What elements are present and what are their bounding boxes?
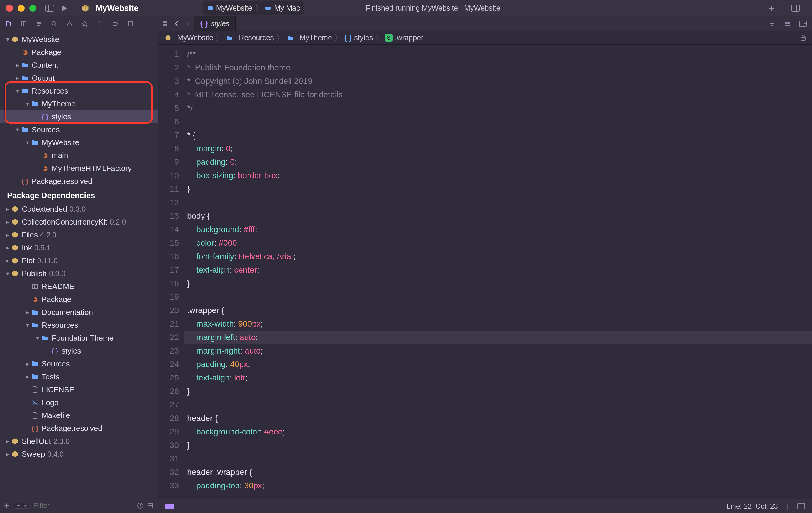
editor-tab[interactable]: { } styles bbox=[194, 17, 236, 31]
tree-item[interactable]: ▾MyWebsite bbox=[0, 33, 157, 46]
tree-item[interactable]: ▸Tests bbox=[0, 370, 157, 383]
test-navigator-icon[interactable] bbox=[82, 21, 88, 27]
scheme-chip[interactable]: MyWebsite 〉 My Mac bbox=[203, 1, 304, 15]
tree-item[interactable]: ▸Content bbox=[0, 59, 157, 71]
chevron-right-icon[interactable]: ▸ bbox=[25, 360, 30, 367]
tree-item[interactable]: ▾FoundationTheme bbox=[0, 332, 157, 344]
chevron-right-icon[interactable]: ▸ bbox=[5, 437, 10, 445]
chevron-down-icon[interactable]: ▾ bbox=[14, 126, 21, 133]
tree-item[interactable]: MyThemeHTMLFactory bbox=[0, 162, 157, 175]
breakpoint-navigator-icon[interactable] bbox=[112, 21, 118, 27]
tree-item[interactable]: Package bbox=[0, 293, 157, 306]
tree-item[interactable]: { }styles bbox=[0, 110, 157, 123]
tree-item[interactable]: ▾Sources bbox=[0, 123, 157, 136]
chevron-down-icon[interactable]: ▾ bbox=[5, 36, 10, 43]
chevron-right-icon[interactable]: ▸ bbox=[5, 231, 10, 238]
report-navigator-icon[interactable] bbox=[127, 21, 134, 27]
code-line[interactable]: * { bbox=[184, 128, 812, 142]
debug-navigator-icon[interactable] bbox=[97, 21, 103, 27]
code-line[interactable]: text-align: left; bbox=[184, 371, 812, 385]
chevron-down-icon[interactable]: ▾ bbox=[25, 100, 30, 107]
code-line[interactable]: } bbox=[184, 439, 812, 452]
code-line[interactable]: max-width: 900px; bbox=[184, 317, 812, 331]
code-line[interactable] bbox=[184, 290, 812, 304]
tree-item[interactable]: ▾Resources bbox=[0, 84, 157, 97]
filter-scope-chip[interactable] bbox=[13, 503, 30, 509]
tree-item[interactable]: Logo bbox=[0, 396, 157, 409]
chevron-right-icon[interactable]: ▸ bbox=[25, 373, 30, 380]
tree-item[interactable]: {·}Package.resolved bbox=[0, 422, 157, 435]
code-line[interactable]: box-sizing: border-box; bbox=[184, 169, 812, 182]
code-line[interactable]: } bbox=[184, 385, 812, 398]
code-line[interactable]: header .wrapper { bbox=[184, 465, 812, 479]
tree-item[interactable]: { }styles bbox=[0, 344, 157, 357]
find-navigator-icon[interactable] bbox=[51, 21, 58, 27]
tree-item[interactable]: ▾MyWebsite bbox=[0, 136, 157, 149]
related-items-icon[interactable] bbox=[162, 21, 168, 27]
tree-item[interactable]: ▸Codextended0.3.0 bbox=[0, 203, 157, 215]
chevron-right-icon[interactable]: ▸ bbox=[5, 257, 10, 264]
tree-item[interactable]: README bbox=[0, 280, 157, 293]
debug-indicator-icon[interactable] bbox=[165, 504, 174, 509]
code-line[interactable]: /** bbox=[184, 48, 812, 61]
code-line[interactable]: padding: 0; bbox=[184, 155, 812, 169]
issue-navigator-icon[interactable] bbox=[66, 21, 73, 27]
tree-item[interactable]: ▸CollectionConcurrencyKit0.2.0 bbox=[0, 215, 157, 229]
tree-item[interactable]: ▸Files4.2.0 bbox=[0, 229, 157, 241]
filter-input[interactable] bbox=[34, 502, 134, 510]
tree-item[interactable]: Makefile bbox=[0, 409, 157, 422]
chevron-down-icon[interactable]: ▾ bbox=[5, 270, 10, 277]
tree-item[interactable]: ▾Publish0.9.0 bbox=[0, 267, 157, 280]
code-line[interactable]: font-family: Helvetica, Arial; bbox=[184, 250, 812, 263]
code-line[interactable]: margin: 0; bbox=[184, 142, 812, 155]
scm-filter-icon[interactable] bbox=[147, 503, 153, 509]
chevron-right-icon[interactable]: ▸ bbox=[14, 62, 21, 69]
code-line[interactable]: * MIT license, see LICENSE file for deta… bbox=[184, 88, 812, 101]
code-line[interactable]: header { bbox=[184, 412, 812, 425]
add-file-icon[interactable]: + bbox=[4, 501, 9, 511]
fullscreen-window-button[interactable] bbox=[29, 5, 36, 12]
go-forward-icon[interactable] bbox=[185, 21, 190, 27]
code-line[interactable]: body { bbox=[184, 209, 812, 223]
adjust-editor-icon[interactable] bbox=[784, 20, 791, 27]
close-window-button[interactable] bbox=[6, 5, 13, 12]
tree-item[interactable]: ▾Resources bbox=[0, 319, 157, 332]
code-line[interactable] bbox=[184, 398, 812, 412]
code-line[interactable]: * Publish Foundation theme bbox=[184, 61, 812, 74]
project-navigator-icon[interactable] bbox=[5, 21, 12, 27]
tree-item[interactable]: ▸ShellOut2.3.0 bbox=[0, 435, 157, 448]
go-back-icon[interactable] bbox=[174, 21, 179, 27]
add-editor-icon[interactable] bbox=[799, 21, 807, 27]
chevron-down-icon[interactable]: ▾ bbox=[25, 322, 30, 329]
tree-item[interactable]: {·}Package.resolved bbox=[0, 175, 157, 188]
code-line[interactable]: background: #fff; bbox=[184, 223, 812, 236]
tree-item[interactable]: ▾MyTheme bbox=[0, 97, 157, 110]
tree-item[interactable]: ▸Ink0.5.1 bbox=[0, 241, 157, 254]
symbol-navigator-icon[interactable] bbox=[36, 21, 42, 27]
code-line[interactable]: * Copyright (c) John Sundell 2019 bbox=[184, 74, 812, 88]
toggle-debug-area-icon[interactable] bbox=[798, 503, 805, 510]
code-line[interactable]: margin-right: auto; bbox=[184, 344, 812, 358]
chevron-right-icon[interactable]: ▸ bbox=[14, 74, 21, 82]
source-control-navigator-icon[interactable] bbox=[21, 21, 27, 27]
jump-bar[interactable]: MyWebsite 〉 Resources 〉 MyTheme 〉 { }sty… bbox=[158, 31, 812, 44]
tree-item[interactable]: Package bbox=[0, 46, 157, 59]
editor-options-icon[interactable] bbox=[768, 20, 776, 27]
code-line[interactable]: color: #000; bbox=[184, 236, 812, 250]
chevron-down-icon[interactable]: ▾ bbox=[25, 139, 30, 146]
chevron-right-icon[interactable]: ▸ bbox=[5, 206, 10, 213]
code-line[interactable] bbox=[184, 196, 812, 209]
code-line[interactable]: padding: 40px; bbox=[184, 358, 812, 371]
code-line[interactable] bbox=[184, 452, 812, 465]
chevron-down-icon[interactable]: ▾ bbox=[14, 87, 21, 94]
chevron-right-icon[interactable]: ▸ bbox=[5, 451, 10, 458]
chevron-down-icon[interactable]: ▾ bbox=[35, 334, 40, 341]
add-tab-icon[interactable]: + bbox=[767, 3, 776, 13]
code-editor[interactable]: 1234567891011121314151617181920212223242… bbox=[158, 44, 812, 499]
tree-item[interactable]: ▸Output bbox=[0, 71, 157, 84]
tree-item[interactable]: ▸Documentation bbox=[0, 306, 157, 319]
sidebar-toggle-icon[interactable] bbox=[45, 3, 55, 13]
code-line[interactable] bbox=[184, 115, 812, 128]
code-line[interactable]: text-align: center; bbox=[184, 263, 812, 277]
code-line[interactable]: margin-left: auto; bbox=[184, 331, 812, 344]
